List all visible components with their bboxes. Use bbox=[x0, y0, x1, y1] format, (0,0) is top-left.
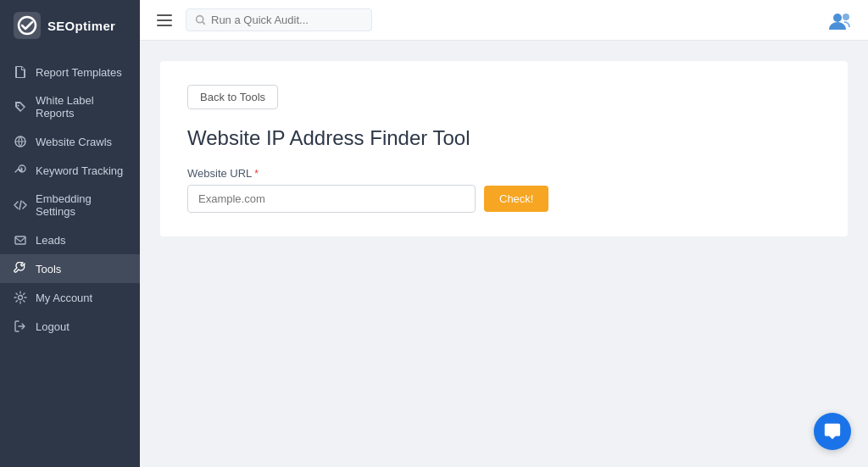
check-button[interactable]: Check! bbox=[484, 186, 548, 212]
sidebar-item-keyword-tracking[interactable]: Keyword Tracking bbox=[0, 156, 140, 185]
globe-icon bbox=[14, 135, 27, 148]
svg-point-6 bbox=[833, 14, 842, 22]
sidebar-item-tools[interactable]: Tools bbox=[0, 254, 140, 283]
hamburger-line bbox=[157, 25, 172, 26]
sidebar-item-embedding-settings[interactable]: Embedding Settings bbox=[0, 185, 140, 225]
sidebar-item-label: My Account bbox=[36, 292, 92, 304]
users-icon bbox=[829, 11, 853, 30]
gear-icon bbox=[14, 291, 27, 304]
chat-icon bbox=[823, 422, 842, 441]
sidebar-item-label: White Label Reports bbox=[36, 94, 126, 120]
page-title: Website IP Address Finder Tool bbox=[187, 126, 821, 150]
sidebar-item-leads[interactable]: Leads bbox=[0, 225, 140, 254]
svg-point-7 bbox=[843, 14, 849, 20]
hamburger-button[interactable] bbox=[153, 11, 175, 30]
tool-card: Back to Tools Website IP Address Finder … bbox=[160, 61, 848, 236]
sidebar-item-label: Logout bbox=[36, 320, 70, 333]
sidebar: SEOptimer Report Templates White Label R… bbox=[0, 0, 140, 467]
sidebar-item-website-crawls[interactable]: Website Crawls bbox=[0, 127, 140, 156]
file-icon bbox=[14, 65, 27, 79]
logo-area: SEOptimer bbox=[0, 0, 140, 51]
hamburger-line bbox=[157, 14, 172, 16]
search-input[interactable] bbox=[211, 14, 347, 26]
sidebar-item-my-account[interactable]: My Account bbox=[0, 283, 140, 312]
sidebar-item-label: Embedding Settings bbox=[36, 192, 126, 218]
logout-icon bbox=[14, 320, 27, 333]
brand-name: SEOptimer bbox=[47, 19, 115, 33]
sidebar-nav: Report Templates White Label Reports Web… bbox=[0, 51, 140, 467]
url-input-row: Check! bbox=[187, 185, 821, 213]
user-avatar[interactable] bbox=[827, 7, 854, 34]
content-area: Back to Tools Website IP Address Finder … bbox=[140, 41, 868, 467]
search-bar[interactable] bbox=[186, 8, 372, 31]
tool-icon bbox=[14, 262, 27, 275]
search-icon bbox=[195, 14, 206, 25]
key-icon bbox=[14, 164, 27, 177]
required-star: * bbox=[254, 168, 259, 180]
url-label: Website URL * bbox=[187, 167, 821, 180]
tag-icon bbox=[14, 100, 27, 114]
hamburger-line bbox=[157, 19, 172, 21]
website-url-input[interactable] bbox=[187, 185, 476, 213]
sidebar-item-label: Leads bbox=[36, 234, 65, 247]
sidebar-item-logout[interactable]: Logout bbox=[0, 312, 140, 341]
header bbox=[140, 0, 868, 41]
sidebar-item-label: Website Crawls bbox=[36, 136, 112, 148]
url-label-text: Website URL bbox=[187, 167, 252, 180]
chat-bubble-button[interactable] bbox=[814, 413, 851, 450]
sidebar-item-label: Report Templates bbox=[36, 66, 122, 79]
seoptimer-logo-icon bbox=[14, 12, 41, 39]
svg-rect-3 bbox=[15, 236, 25, 244]
sidebar-item-label: Keyword Tracking bbox=[36, 164, 123, 177]
sidebar-item-white-label-reports[interactable]: White Label Reports bbox=[0, 86, 140, 127]
sidebar-item-report-templates[interactable]: Report Templates bbox=[0, 58, 140, 86]
embed-icon bbox=[14, 198, 27, 212]
back-to-tools-button[interactable]: Back to Tools bbox=[187, 85, 278, 109]
sidebar-item-label: Tools bbox=[36, 263, 61, 275]
mail-icon bbox=[14, 233, 27, 247]
svg-point-4 bbox=[19, 296, 23, 300]
main-wrapper: Back to Tools Website IP Address Finder … bbox=[140, 0, 868, 467]
